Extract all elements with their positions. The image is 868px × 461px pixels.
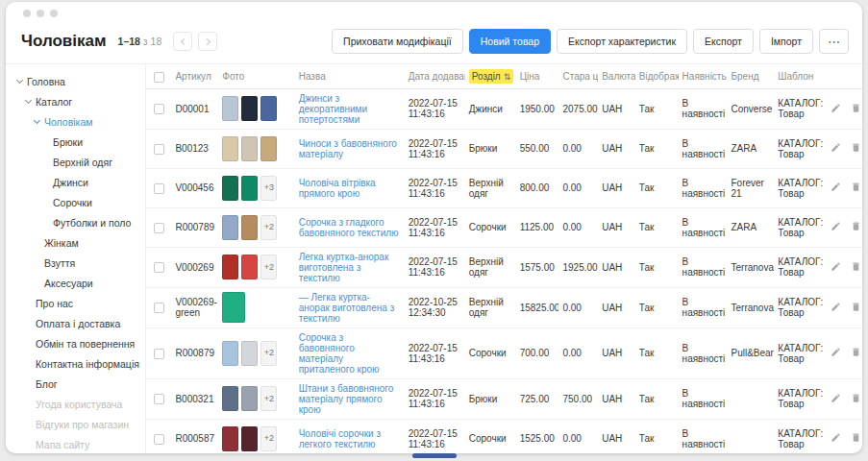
delete-button[interactable]: [851, 393, 861, 405]
product-photos[interactable]: +2: [222, 341, 290, 366]
product-thumbnail[interactable]: [260, 136, 277, 161]
sidebar-item-7[interactable]: Футболки и поло: [6, 212, 145, 232]
column-header[interactable]: Наявність: [679, 64, 728, 88]
product-thumbnail[interactable]: [241, 136, 258, 161]
delete-button[interactable]: [851, 302, 861, 314]
product-name-link[interactable]: Чоловічі сорочки з легкого текстилю: [299, 428, 381, 449]
column-header[interactable]: Артикул: [171, 64, 218, 88]
delete-button[interactable]: [851, 432, 861, 445]
more-actions-button[interactable]: ⋯: [819, 29, 849, 54]
product-thumbnail[interactable]: [241, 215, 258, 240]
column-header[interactable]: Стара ціна: [558, 64, 598, 88]
column-header[interactable]: Назва: [295, 64, 405, 88]
sidebar-item-15[interactable]: Блог: [6, 374, 145, 394]
column-header[interactable]: Дата додавання: [405, 64, 465, 88]
product-photos[interactable]: +2: [222, 386, 290, 411]
product-thumbnail[interactable]: [241, 176, 258, 201]
column-header[interactable]: Бренд: [727, 64, 774, 88]
delete-button[interactable]: [851, 103, 861, 115]
row-checkbox[interactable]: [154, 303, 164, 313]
row-checkbox[interactable]: [154, 434, 164, 445]
product-name-link[interactable]: Чоловіча вітрівка прямого крою: [299, 178, 376, 199]
sidebar-item-3[interactable]: Брюки: [6, 132, 145, 152]
product-thumbnail[interactable]: [222, 426, 238, 451]
product-name-link[interactable]: Чиноси з бавовняного матеріалу: [299, 138, 397, 159]
sidebar-item-16[interactable]: Угода користувача: [6, 394, 145, 414]
product-thumbnail[interactable]: [222, 176, 238, 201]
product-name-link[interactable]: Сорочка з гладкого бавовняного текстилю: [299, 217, 399, 238]
column-header[interactable]: Розділ⇅: [465, 64, 516, 88]
more-photos-badge[interactable]: +2: [260, 426, 277, 451]
row-checkbox[interactable]: [154, 394, 164, 404]
more-photos-badge[interactable]: +3: [260, 176, 277, 201]
product-photos[interactable]: [222, 136, 290, 161]
sidebar-item-12[interactable]: Оплата і доставка: [6, 313, 145, 333]
product-photos[interactable]: +2: [222, 426, 290, 451]
sidebar-item-2[interactable]: Чоловікам: [6, 111, 145, 132]
export-characteristics-button[interactable]: Експорт характеристик: [557, 29, 687, 54]
export-button[interactable]: Експорт: [693, 29, 754, 54]
edit-button[interactable]: [831, 347, 841, 359]
product-name-link[interactable]: Сорочка з бавовняного матеріалу притален…: [299, 332, 380, 375]
sidebar-item-4[interactable]: Верхній одяг: [6, 152, 145, 172]
product-thumbnail[interactable]: [222, 386, 238, 411]
sort-icon[interactable]: ⇅: [504, 72, 511, 82]
row-checkbox[interactable]: [154, 144, 164, 155]
product-thumbnail[interactable]: [241, 255, 258, 279]
product-photos[interactable]: [222, 292, 290, 323]
edit-button[interactable]: [831, 432, 841, 445]
edit-button[interactable]: [831, 103, 841, 115]
window-dot-icon[interactable]: [23, 10, 31, 17]
product-thumbnail[interactable]: [222, 255, 238, 279]
product-thumbnail[interactable]: [222, 96, 238, 121]
product-name-link[interactable]: Легка куртка-анорак виготовлена з тексти…: [299, 252, 389, 283]
delete-button[interactable]: [851, 347, 861, 359]
product-name-link[interactable]: — Легка куртка-анорак виготовлена з текс…: [299, 292, 395, 324]
sidebar-item-9[interactable]: Взуття: [6, 253, 145, 273]
hide-modifications-button[interactable]: Приховати модифікації: [332, 29, 463, 54]
product-photos[interactable]: +2: [222, 215, 290, 240]
product-thumbnail[interactable]: [222, 341, 238, 366]
edit-button[interactable]: [831, 302, 841, 314]
more-photos-badge[interactable]: +2: [260, 215, 277, 240]
sidebar-item-6[interactable]: Сорочки: [6, 192, 145, 212]
product-name-link[interactable]: Штани з бавовняного матеріалу прямого кр…: [299, 383, 394, 415]
column-header[interactable]: Валюта: [598, 64, 635, 88]
more-photos-badge[interactable]: +2: [260, 386, 277, 411]
column-header[interactable]: Ціна: [516, 64, 559, 88]
edit-button[interactable]: [831, 261, 841, 274]
row-checkbox[interactable]: [154, 104, 164, 114]
product-thumbnail[interactable]: [260, 96, 277, 121]
row-checkbox[interactable]: [154, 223, 164, 233]
product-photos[interactable]: [222, 96, 290, 121]
product-thumbnail[interactable]: [222, 215, 238, 240]
delete-button[interactable]: [851, 142, 861, 155]
product-thumbnail[interactable]: [241, 96, 258, 121]
sidebar-item-18[interactable]: Мапа сайту: [6, 434, 145, 453]
sidebar-item-14[interactable]: Контактна інформація: [6, 353, 145, 374]
sidebar-item-10[interactable]: Аксесуари: [6, 273, 145, 293]
product-name-link[interactable]: Джинси з декоративними потертостями: [299, 93, 367, 125]
sidebar-item-17[interactable]: Відгуки про магазин: [6, 414, 145, 434]
delete-button[interactable]: [851, 261, 861, 274]
product-thumbnail[interactable]: [241, 341, 258, 366]
edit-button[interactable]: [831, 221, 841, 233]
row-checkbox[interactable]: [154, 349, 164, 359]
column-header[interactable]: Шаблон: [774, 64, 827, 88]
sidebar-item-13[interactable]: Обмін та повернення: [6, 333, 145, 353]
next-page-button[interactable]: [198, 32, 217, 51]
sidebar-item-5[interactable]: Джинси: [6, 172, 145, 192]
product-thumbnail[interactable]: [222, 292, 245, 323]
more-photos-badge[interactable]: +2: [260, 255, 277, 279]
sidebar-item-8[interactable]: Жінкам: [6, 232, 145, 253]
more-photos-badge[interactable]: +2: [260, 341, 277, 366]
delete-button[interactable]: [851, 221, 861, 233]
sidebar-item-1[interactable]: Каталог: [6, 91, 145, 111]
select-all-checkbox[interactable]: [154, 72, 164, 83]
product-thumbnail[interactable]: [241, 386, 258, 411]
row-checkbox[interactable]: [154, 262, 164, 273]
sidebar-item-11[interactable]: Про нас: [6, 293, 145, 313]
column-header[interactable]: Відображати: [635, 64, 679, 88]
product-thumbnail[interactable]: [241, 426, 258, 451]
import-button[interactable]: Імпорт: [759, 29, 813, 54]
